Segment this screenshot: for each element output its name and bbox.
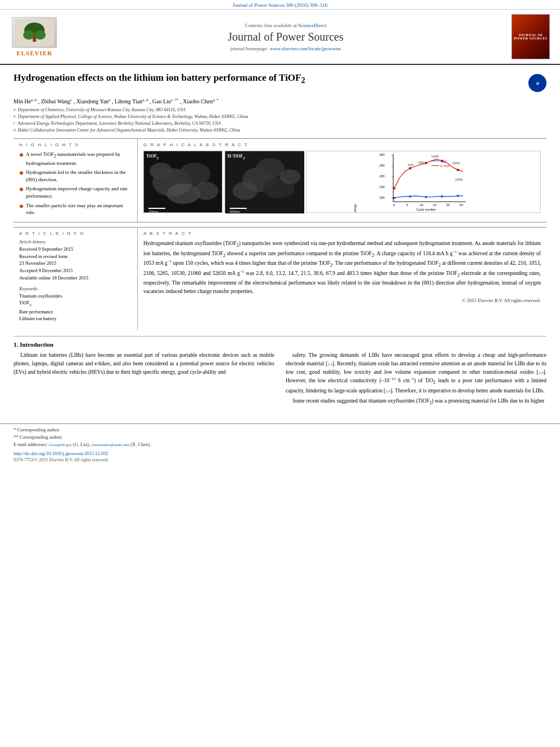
intro-para-1: Lithium ion batteries (LIBs) have become…	[14, 351, 274, 376]
keyword-2: TiOF2	[19, 299, 132, 308]
svg-rect-4	[33, 35, 36, 42]
authors-line: Min Hea, b , Zhihui Wangc , Xiaodong Yan…	[14, 98, 546, 104]
top-bar: Journal of Power Sources 306 (2016) 309–…	[0, 0, 560, 10]
svg-text:21060: 21060	[455, 178, 462, 181]
journal-cover-image: JOURNAL OF POWER SOURCES	[511, 14, 550, 59]
highlight-3: ◆ Hydrogenation improved charge capacity…	[19, 185, 132, 199]
text-col-left: Lithium ion batteries (LIBs) have become…	[14, 351, 274, 409]
graphical-abstract-label: G R A P H I C A L A B S T R A C T	[143, 142, 541, 147]
keywords-list: Titanium oxyfluorides TiOF2 Rate perform…	[19, 292, 132, 323]
svg-text:52650: 52650	[453, 163, 460, 165]
intro-para-3: Some recent studies suggested that titan…	[286, 397, 546, 407]
svg-point-48	[457, 195, 459, 197]
email-chen[interactable]: Chenxiaobo@umkc.edu	[91, 443, 129, 447]
revised-date: 23 November 2015	[19, 260, 132, 267]
svg-text:500nm: 500nm	[230, 210, 240, 213]
elsevier-logo-area: ELSEVIER	[9, 17, 60, 56]
svg-point-11	[150, 163, 172, 180]
svg-text:TiOF: TiOF	[440, 160, 447, 163]
email-liu[interactable]: GLiu@lbl.gov	[49, 443, 72, 447]
svg-text:21060: 21060	[431, 156, 439, 159]
svg-text:H-TiOF: H-TiOF	[440, 165, 450, 168]
footnote-corresponding: * Corresponding author. ** Corresponding…	[14, 426, 546, 448]
elsevier-text-logo: ELSEVIER	[16, 50, 53, 56]
svg-text:Capacity (mAh/g): Capacity (mAh/g)	[353, 204, 357, 212]
article-history-label: Article history:	[19, 239, 132, 244]
affil-a: a Department of Chemistry, University of…	[14, 107, 546, 113]
abstract-col: A B S T R A C T Hydrogenated titanium ox…	[138, 228, 546, 330]
article-title: Hydrogenation effects on the lithium ion…	[14, 72, 523, 86]
ref-2: 3,4	[539, 370, 544, 375]
abstract-label: A B S T R A C T	[143, 231, 541, 236]
svg-point-45	[409, 195, 412, 198]
svg-point-20	[280, 169, 300, 184]
svg-rect-53	[457, 169, 459, 171]
bullet-2: ◆	[19, 169, 24, 183]
footer-doi[interactable]: http://dx.doi.org/10.1016/j.jpowsour.201…	[14, 451, 546, 456]
svg-text:200: 200	[379, 174, 384, 178]
highlight-4-text: The smaller particle size may play an im…	[26, 202, 132, 216]
affiliations: a Department of Chemistry, University of…	[14, 107, 546, 134]
journal-header-center: Contents lists available at ScienceDirec…	[65, 23, 506, 51]
affil-b: b Department of Applied Physical, Colleg…	[14, 113, 546, 120]
svg-point-18	[233, 182, 257, 200]
author-min-he: Min He	[14, 98, 31, 104]
article-info-col: A R T I C L E I N F O Article history: R…	[14, 228, 138, 330]
two-col-text: Lithium ion batteries (LIBs) have become…	[14, 351, 546, 409]
svg-text:10: 10	[419, 203, 423, 207]
keyword-1: Titanium oxyfluorides	[19, 292, 132, 300]
revised-label: Received in revised form	[19, 253, 132, 260]
abstract-copyright: © 2015 Elsevier B.V. All rights reserved…	[143, 298, 541, 303]
contents-line: Contents lists available at ScienceDirec…	[65, 23, 506, 28]
elsevier-logo: ELSEVIER	[9, 17, 60, 56]
svg-text:5: 5	[406, 203, 408, 207]
abstract-text: Hydrogenated titanium oxyfluorides (TiOF…	[143, 239, 541, 295]
keyword-4: Lithium ion battery	[19, 315, 132, 322]
homepage-line: journal homepage: www.elsevier.com/locat…	[65, 46, 506, 51]
intro-para-2: safety. The growing demands of LIBs have…	[286, 351, 546, 395]
accepted-date: Accepted 9 December 2015	[19, 267, 132, 274]
journal-header: ELSEVIER Contents lists available at Sci…	[0, 10, 560, 65]
journal-cover: JOURNAL OF POWER SOURCES	[511, 14, 551, 59]
article-info-label: A R T I C L E I N F O	[19, 231, 132, 236]
available-online: Available online 18 December 2015	[19, 274, 132, 282]
svg-text:20: 20	[446, 203, 449, 207]
svg-text:5265: 5265	[418, 161, 425, 164]
svg-point-47	[441, 195, 443, 198]
em-label-1: TiOF2	[146, 154, 159, 160]
svg-rect-51	[425, 162, 427, 164]
bullet-3: ◆	[19, 185, 24, 199]
em-label-2: H-TiOF2	[228, 154, 245, 160]
section-title: 1. Introduction	[14, 341, 546, 348]
footnote-star-1: * Corresponding author.	[14, 426, 546, 434]
highlight-3-text: Hydrogenation improved charge capacity a…	[26, 185, 132, 199]
journal-citation: Journal of Power Sources 306 (2016) 309–…	[233, 2, 327, 8]
svg-text:200nm: 200nm	[148, 210, 159, 213]
em-image-tiof2: 200nm TiOF2	[143, 151, 222, 213]
keyword-3: Rate performance	[19, 308, 132, 316]
svg-text:15: 15	[433, 203, 436, 207]
svg-text:1053: 1053	[408, 164, 414, 167]
footnote-email: E-mail addresses: GLiu@lbl.gov (G. Liu),…	[14, 441, 546, 448]
sciencedirect-link[interactable]: ScienceDirect	[298, 23, 326, 28]
highlight-2: ◆ Hydrogenation led to the smaller thick…	[19, 169, 132, 183]
svg-rect-23	[378, 151, 469, 212]
em-image-htiof2: 500nm H-TiOF2	[225, 151, 304, 213]
journal-title-header: Journal of Power Sources	[65, 30, 506, 43]
em-image-inner-1: 200nm TiOF2	[144, 151, 222, 212]
graphical-images: 200nm TiOF2	[143, 151, 541, 213]
svg-text:150: 150	[379, 185, 384, 189]
page-footer: * Corresponding author. ** Corresponding…	[0, 423, 560, 464]
ref-3: 5,6	[386, 389, 391, 394]
affil-c: c Advanced Energy Technologies Departmen…	[14, 120, 546, 127]
affil-b-text: Department of Applied Physical, College …	[18, 113, 248, 120]
bullet-1: ◆	[19, 151, 24, 167]
svg-text:Cycle number: Cycle number	[416, 208, 436, 212]
highlights-col: H I G H L I G H T S ◆ A novel TiOF2 nano…	[14, 139, 138, 221]
svg-rect-21	[230, 208, 247, 209]
affil-a-text: Department of Chemistry, University of M…	[18, 107, 186, 113]
footnote-star-2: ** Corresponding author.	[14, 434, 546, 441]
crossmark-badge[interactable]: ✕	[528, 74, 546, 92]
homepage-link[interactable]: www.elsevier.com/locate/jpowsour	[270, 46, 341, 51]
affil-c-text: Advanced Energy Technologies Department,…	[18, 120, 221, 127]
